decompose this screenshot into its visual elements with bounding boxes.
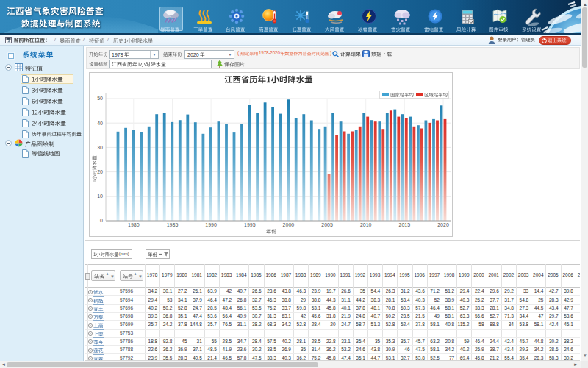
svg-text:1990: 1990 (205, 222, 217, 227)
svg-text:2020: 2020 (437, 222, 449, 227)
svg-text:2015: 2015 (399, 222, 411, 227)
svg-text:0: 0 (100, 218, 103, 223)
svg-text:2005: 2005 (321, 222, 333, 227)
svg-text:1980: 1980 (128, 222, 140, 227)
svg-text:1985: 1985 (167, 222, 179, 227)
svg-text:30: 30 (97, 145, 103, 150)
svg-text:2010: 2010 (360, 222, 372, 227)
svg-text:20: 20 (97, 169, 103, 174)
svg-text:2000: 2000 (283, 222, 295, 227)
svg-text:1995: 1995 (244, 222, 256, 227)
svg-text:10: 10 (97, 194, 103, 199)
svg-text:40: 40 (97, 121, 103, 126)
svg-text:50: 50 (97, 96, 103, 101)
